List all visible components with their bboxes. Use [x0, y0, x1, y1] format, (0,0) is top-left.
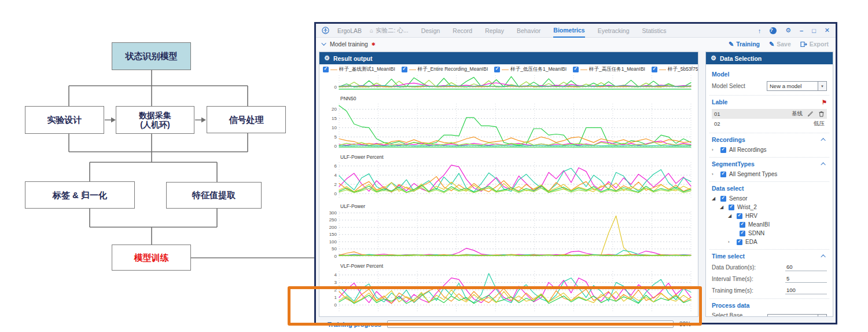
time-select-section-header[interactable]: Time select [712, 253, 827, 260]
flow-box-signal: 信号处理 [207, 106, 286, 133]
model-select-dropdown[interactable]: New a model ▼ [767, 81, 827, 91]
training-button[interactable]: ✎ Training [729, 41, 760, 48]
label-row-01[interactable]: 01 基线 [712, 109, 827, 119]
flow-box-model: 状态识别模型 [112, 42, 191, 70]
tab-statistics[interactable]: Statistics [642, 24, 667, 38]
annotation-highlight-rect [288, 286, 702, 326]
tab-behavior[interactable]: Behavior [517, 24, 540, 38]
tree-expand-icon[interactable]: › [712, 147, 718, 152]
tab-eyetracking[interactable]: Eyetracking [598, 24, 630, 38]
checkbox[interactable] [720, 172, 726, 177]
legend-line-icon [580, 70, 587, 70]
tree-collapse-icon[interactable]: ◢ [712, 196, 718, 201]
minimize-button[interactable]: – [800, 27, 803, 34]
label-name: 基线 [792, 110, 803, 118]
tab-biometrics[interactable]: Biometrics [553, 24, 584, 38]
flow-box-collect-line2: (人机环) [140, 120, 170, 129]
svg-text:0: 0 [334, 191, 337, 196]
tab-design[interactable]: Design [421, 24, 440, 38]
interval-time-input[interactable]: 5 [785, 275, 827, 283]
settings-gear-icon[interactable]: ⚙ [785, 27, 791, 34]
tree-node-wrist2[interactable]: ◢ Wrist_2 [712, 204, 827, 210]
base-segment-dropdown[interactable]: entire recording ▼ [767, 314, 827, 317]
recordings-section-header[interactable]: Recordings [712, 136, 827, 143]
base-segment-row: Select Base Segment entire recording ▼ [712, 312, 827, 316]
label-row-02[interactable]: 02 低压 [712, 119, 827, 129]
add-label-icon[interactable]: ⚑ [822, 99, 827, 105]
pin-icon[interactable]: ↑ [758, 27, 762, 34]
checkbox[interactable] [737, 213, 742, 219]
svg-text:4: 4 [334, 173, 337, 178]
checkbox[interactable] [323, 67, 329, 72]
tree-collapse-icon[interactable]: ◢ [728, 213, 734, 218]
chevron-up-icon [821, 254, 825, 259]
training-time-input[interactable]: 100 [785, 287, 827, 294]
legend-item[interactable]: 样子_基线测试1_MeanIBI [323, 66, 395, 73]
tree-label: SDNN [748, 230, 764, 236]
close-button[interactable]: ✕ [825, 27, 830, 34]
checkbox[interactable] [720, 147, 726, 153]
checkbox[interactable] [740, 231, 745, 236]
tab-replay[interactable]: Replay [485, 24, 504, 38]
flow-box-collect-line1: 数据采集 [139, 111, 171, 120]
tree-label: Sensor [729, 195, 748, 202]
tree-expand-icon[interactable]: › [728, 239, 734, 245]
titlebar: ErgoLAB ⌂ 实验二: 心... Design Record Replay… [316, 24, 836, 38]
legend-item[interactable]: 样子_Entire Recording_MeanIBI [402, 66, 488, 73]
tab-record[interactable]: Record [453, 24, 472, 38]
svg-text:100: 100 [329, 239, 337, 245]
legend-item[interactable]: 样子_低压任务1_MeanIBI [494, 66, 567, 73]
chart-title: ULF-Power Percent [322, 154, 696, 160]
checkbox[interactable] [740, 222, 745, 228]
all-recordings-row[interactable]: › All Recordings [712, 147, 827, 153]
tree-node-sensor[interactable]: ◢ Sensor [712, 195, 827, 202]
divider [709, 249, 829, 250]
data-duration-input[interactable]: 60 [785, 264, 827, 271]
svg-text:2: 2 [334, 182, 337, 187]
legend-label: 样子_低压任务1_MeanIBI [510, 66, 567, 73]
dropdown-arrow-icon: ▼ [818, 82, 826, 90]
model-section-header: Model [712, 71, 827, 78]
legend-item[interactable]: 样子_5b53f75128c0c_MeanIBI [652, 66, 698, 73]
breadcrumb[interactable]: Model training ✱ [323, 41, 376, 48]
tree-expand-icon[interactable]: › [712, 172, 718, 177]
label-id: 01 [714, 111, 720, 117]
flow-box-signal-label: 信号处理 [229, 115, 264, 125]
tree-node-hrv[interactable]: ◢ HRV [712, 213, 827, 219]
checkbox[interactable] [573, 67, 579, 72]
export-button[interactable]: Export [800, 41, 829, 48]
checkbox[interactable] [494, 67, 500, 72]
flow-box-model-label: 状态识别模型 [126, 51, 178, 61]
segmenttypes-section-header[interactable]: SegmentTypes [712, 160, 827, 167]
delete-trash-icon[interactable] [818, 111, 825, 117]
series-yellow [339, 216, 691, 256]
legend-item[interactable]: 样子_高压任务1_MeanIBI [573, 66, 645, 73]
data-select-section-header: Data select [712, 185, 827, 192]
checkbox[interactable] [652, 67, 657, 72]
save-button[interactable]: ✎ Save [769, 41, 791, 48]
main-tabs: Design Record Replay Behavior Biometrics… [421, 24, 667, 38]
tree-node-eda[interactable]: › EDA [712, 239, 827, 245]
project-switcher[interactable]: ⌂ 实验二: 心... [370, 27, 409, 35]
help-icon[interactable]: ? [770, 27, 777, 34]
svg-text:4: 4 [334, 272, 337, 278]
series-orange [339, 252, 691, 256]
checkbox[interactable] [729, 205, 734, 210]
tree-node-sdnn[interactable]: SDNN [712, 230, 827, 236]
checkbox[interactable] [720, 196, 726, 202]
checkbox[interactable] [402, 67, 407, 72]
svg-text:15: 15 [332, 116, 337, 121]
gear-icon: ⚙ [711, 54, 716, 62]
maximize-button[interactable]: □ [812, 27, 816, 34]
app-window: ErgoLAB ⌂ 实验二: 心... Design Record Replay… [314, 22, 837, 324]
divider [709, 95, 829, 96]
chart-ulf-power-percent: ULF-Power Percent0246 [322, 154, 696, 203]
chart-legend: 样子_基线测试1_MeanIBI 样子_Entire Recording_Mea… [319, 64, 698, 74]
checkbox[interactable] [737, 239, 742, 245]
edit-pencil-icon[interactable] [807, 111, 814, 117]
tree-collapse-icon[interactable]: ◢ [720, 205, 726, 210]
tree-node-meanibi[interactable]: MeanIBI [712, 221, 827, 228]
all-segment-types-row[interactable]: › All Segment Types [712, 171, 827, 177]
svg-text:150: 150 [329, 232, 337, 237]
ergolab-logo-icon [322, 27, 329, 34]
